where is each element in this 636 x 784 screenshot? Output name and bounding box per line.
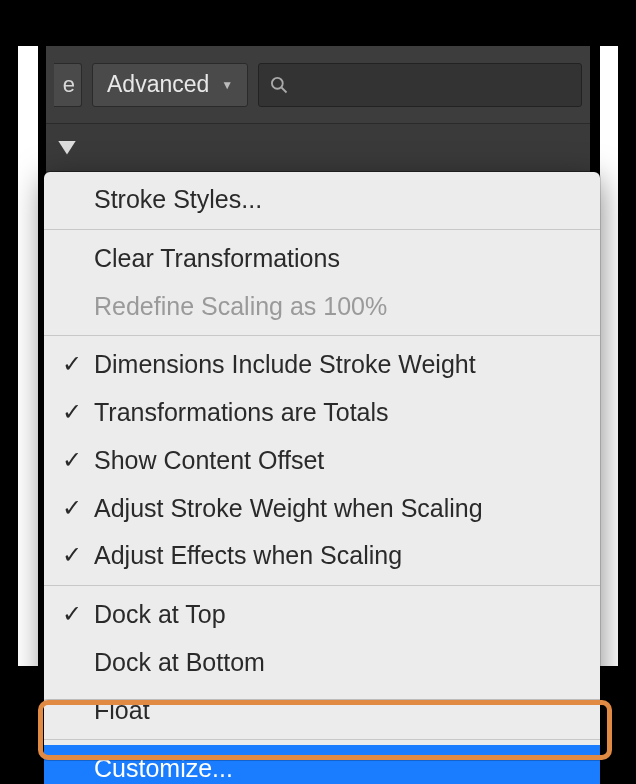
svg-point-0 [272,77,283,88]
menu-item-stroke-styles[interactable]: Stroke Styles... [44,176,600,224]
toolbar: e Advanced ▼ [46,46,590,124]
panel-menu-trigger[interactable] [58,141,76,155]
advanced-label: Advanced [107,71,209,98]
menu-item-customize[interactable]: Customize... [44,745,600,784]
menu-item-dimensions-include-stroke-weight[interactable]: Dimensions Include Stroke Weight [44,341,600,389]
menu-item-adjust-stroke-weight-when-scaling[interactable]: Adjust Stroke Weight when Scaling [44,485,600,533]
search-input[interactable] [258,63,582,107]
tab-fragment[interactable]: e [54,63,82,107]
menu-separator [44,739,600,740]
svg-line-1 [282,87,287,92]
menu-item-redefine-scaling-as-100: Redefine Scaling as 100% [44,283,600,331]
menu-separator [44,335,600,336]
chevron-down-icon: ▼ [221,78,233,92]
menu-item-adjust-effects-when-scaling[interactable]: Adjust Effects when Scaling [44,532,600,580]
search-icon [269,75,289,95]
menu-item-transformations-are-totals[interactable]: Transformations are Totals [44,389,600,437]
menu-separator [44,585,600,586]
advanced-dropdown[interactable]: Advanced ▼ [92,63,248,107]
menu-item-float[interactable]: Float [44,687,600,735]
menu-item-dock-at-bottom[interactable]: Dock at Bottom [44,639,600,687]
decoration-left [18,46,38,666]
panel-menu: Stroke Styles...Clear TransformationsRed… [44,172,600,784]
menu-item-show-content-offset[interactable]: Show Content Offset [44,437,600,485]
panel-header [46,124,590,172]
menu-item-clear-transformations[interactable]: Clear Transformations [44,235,600,283]
frame: e Advanced ▼ Stroke Styles...Clear Trans… [8,8,628,776]
menu-item-dock-at-top[interactable]: Dock at Top [44,591,600,639]
decoration-right [600,46,618,666]
menu-separator [44,229,600,230]
